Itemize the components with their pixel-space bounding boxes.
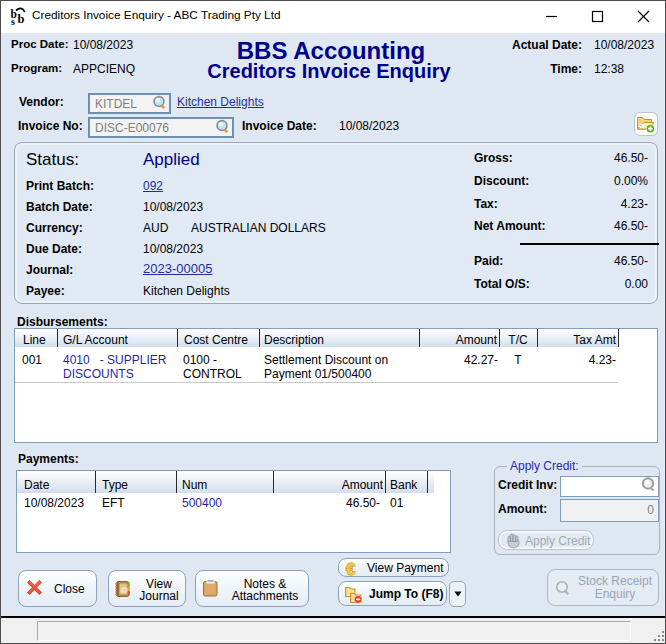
svg-text:s: s — [11, 16, 15, 26]
svg-text:€: € — [346, 560, 356, 578]
svg-text:b: b — [18, 12, 25, 26]
svg-text:@: @ — [120, 585, 128, 594]
